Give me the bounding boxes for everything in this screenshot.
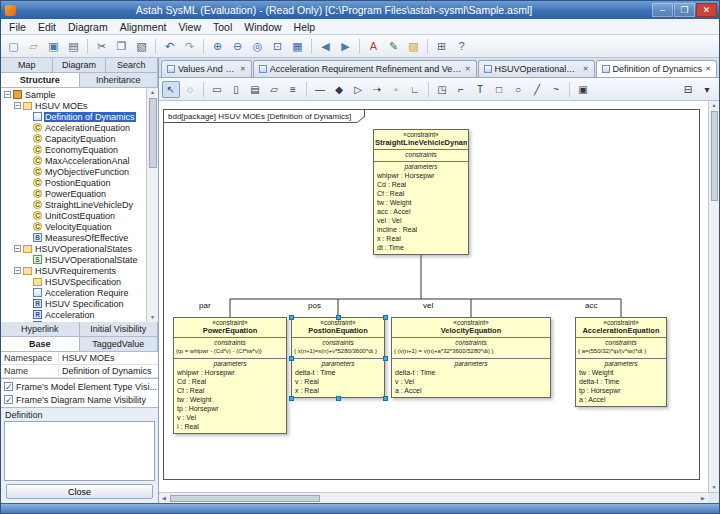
copy-button[interactable]: ❐: [112, 37, 131, 55]
checkbox-icon[interactable]: ✓: [4, 395, 13, 404]
constraint-block[interactable]: «constraint»AccelerationEquationconstrai…: [575, 317, 667, 407]
tab-search[interactable]: Search: [106, 58, 158, 72]
menu-file[interactable]: File: [3, 20, 32, 34]
tree-item[interactable]: HSUVSpecification: [2, 276, 145, 287]
toolbar-more-button[interactable]: ▾: [698, 81, 716, 98]
tree-item[interactable]: RCapacity: [2, 320, 145, 322]
tree-item[interactable]: CUnitCostEquation: [2, 210, 145, 221]
close-tab-icon[interactable]: ✕: [583, 65, 589, 73]
selection-handle[interactable]: [289, 396, 294, 401]
tree-item[interactable]: CEconomyEquation: [2, 144, 145, 155]
menu-diagram[interactable]: Diagram: [62, 20, 114, 34]
definition-textarea[interactable]: [4, 421, 155, 481]
lasso-tool[interactable]: ◌: [181, 81, 199, 98]
zoom-reset-button[interactable]: ◎: [248, 37, 267, 55]
close-tab-icon[interactable]: ✕: [240, 65, 246, 73]
expander-icon[interactable]: −: [14, 267, 21, 274]
next-diagram-button[interactable]: ▶: [336, 37, 355, 55]
diagram-map-button[interactable]: ▦: [288, 37, 307, 55]
menu-window[interactable]: Window: [238, 20, 287, 34]
previous-diagram-button[interactable]: ◀: [316, 37, 335, 55]
tree-item[interactable]: Definition of Dynamics: [2, 111, 145, 122]
scroll-right-icon[interactable]: ▶: [698, 494, 708, 503]
tree-item[interactable]: CStraightLineVehicleDy: [2, 199, 145, 210]
paste-button[interactable]: ▧: [132, 37, 151, 55]
undo-button[interactable]: ↶: [160, 37, 179, 55]
constraint-block[interactable]: «constraint»VelocityEquationconstraints{…: [391, 317, 551, 398]
tab-taggedvalue[interactable]: TaggedValue: [80, 337, 159, 351]
value-type-tool[interactable]: ▱: [265, 81, 283, 98]
new-project-button[interactable]: ▢: [4, 37, 23, 55]
fit-to-window-button[interactable]: ⊡: [268, 37, 287, 55]
scroll-up-icon[interactable]: ▲: [709, 101, 719, 110]
tree-item[interactable]: BMeasuresOfEffective: [2, 232, 145, 243]
document-tab[interactable]: Acceleration Requirement Refinement and …: [253, 60, 477, 77]
open-project-button[interactable]: ▱: [24, 37, 43, 55]
tab-diagram[interactable]: Diagram: [53, 58, 105, 72]
minimize-button[interactable]: –: [652, 3, 673, 17]
diagram-canvas[interactable]: bdd[package] HSUV MOEs [Definition of Dy…: [159, 101, 708, 492]
select-tool[interactable]: ↖: [162, 81, 180, 98]
constraint-block[interactable]: «constraint»StraightLineVehicleDynamicsc…: [373, 129, 469, 255]
tab-inheritance[interactable]: Inheritance: [80, 73, 159, 87]
generalization-tool[interactable]: ▷: [349, 81, 367, 98]
visibility-option[interactable]: ✓Frame's Model Element Type Visi...: [1, 380, 158, 393]
tree-item[interactable]: RHSUV Specification: [2, 298, 145, 309]
image-tool[interactable]: ▣: [574, 81, 592, 98]
close-window-button[interactable]: ✕: [696, 3, 717, 17]
tree-item[interactable]: CPostionEquation: [2, 177, 145, 188]
scroll-down-icon[interactable]: ▼: [148, 313, 158, 322]
expander-icon[interactable]: −: [14, 245, 21, 252]
block-tool[interactable]: ▭: [208, 81, 226, 98]
tree-item[interactable]: −HSUV MOEs: [2, 100, 145, 111]
horizontal-scrollbar[interactable]: ◀ ▶: [159, 492, 719, 503]
visibility-option[interactable]: ✓Frame's Diagram Name Visibility: [1, 393, 158, 406]
scroll-up-icon[interactable]: ▲: [148, 88, 158, 97]
constraint-block[interactable]: «constraint»PostionEquationconstraints{ …: [291, 317, 385, 398]
tab-base[interactable]: Base: [1, 337, 80, 351]
vertical-scrollbar[interactable]: ▲ ▼: [708, 101, 719, 492]
freehand-tool[interactable]: ~: [547, 81, 565, 98]
enumeration-tool[interactable]: ≡: [284, 81, 302, 98]
rectangle-tool[interactable]: □: [490, 81, 508, 98]
interface-block-tool[interactable]: ▯: [227, 81, 245, 98]
title-bar[interactable]: Astah SysML (Evaluation) - (Read Only) […: [1, 1, 719, 19]
menu-view[interactable]: View: [172, 20, 207, 34]
composition-tool[interactable]: ◆: [330, 81, 348, 98]
scroll-left-icon[interactable]: ◀: [159, 494, 169, 503]
tree-scrollbar[interactable]: ▲ ▼: [146, 88, 158, 322]
connector-tool[interactable]: ∟: [406, 81, 424, 98]
tree-item[interactable]: Acceleration Require: [2, 287, 145, 298]
line-color-button[interactable]: ✎: [384, 37, 403, 55]
dependency-tool[interactable]: ⇢: [368, 81, 386, 98]
property-value[interactable]: Definition of Dynamics: [59, 366, 158, 376]
tree-item[interactable]: CPowerEquation: [2, 188, 145, 199]
print-button[interactable]: ▤: [64, 37, 83, 55]
tree-item[interactable]: CAccelerationEquation: [2, 122, 145, 133]
tree-item[interactable]: RAcceleration: [2, 309, 145, 320]
note-tool[interactable]: ◳: [433, 81, 451, 98]
selection-handle[interactable]: [289, 315, 294, 320]
oval-tool[interactable]: ○: [509, 81, 527, 98]
association-tool[interactable]: —: [311, 81, 329, 98]
document-tab[interactable]: Definition of Dynamics✕: [596, 60, 717, 77]
maximize-button[interactable]: ❐: [674, 3, 695, 17]
selection-handle[interactable]: [383, 315, 388, 320]
document-tab[interactable]: HSUVOperationalStates✕: [478, 60, 595, 77]
property-value[interactable]: HSUV MOEs: [59, 353, 158, 363]
tree-item[interactable]: −HSUVOperationalStates: [2, 243, 145, 254]
line-tool[interactable]: ╱: [528, 81, 546, 98]
constraint-block[interactable]: «constraint»PowerEquationconstraints{tp …: [173, 317, 287, 434]
grid-button[interactable]: ⊞: [432, 37, 451, 55]
vertical-scroll-thumb[interactable]: [711, 111, 718, 201]
selection-handle[interactable]: [383, 396, 388, 401]
tree-scroll-thumb[interactable]: [149, 98, 157, 168]
panel-close-button[interactable]: Close: [6, 484, 153, 499]
close-tab-icon[interactable]: ✕: [705, 65, 711, 73]
toolbar-settings-button[interactable]: ⊟: [679, 81, 697, 98]
expander-icon[interactable]: −: [14, 102, 21, 109]
save-project-button[interactable]: ▣: [44, 37, 63, 55]
tree-item[interactable]: CMaxAccelerationAnal: [2, 155, 145, 166]
zoom-in-button[interactable]: ⊕: [208, 37, 227, 55]
redo-button[interactable]: ↷: [180, 37, 199, 55]
